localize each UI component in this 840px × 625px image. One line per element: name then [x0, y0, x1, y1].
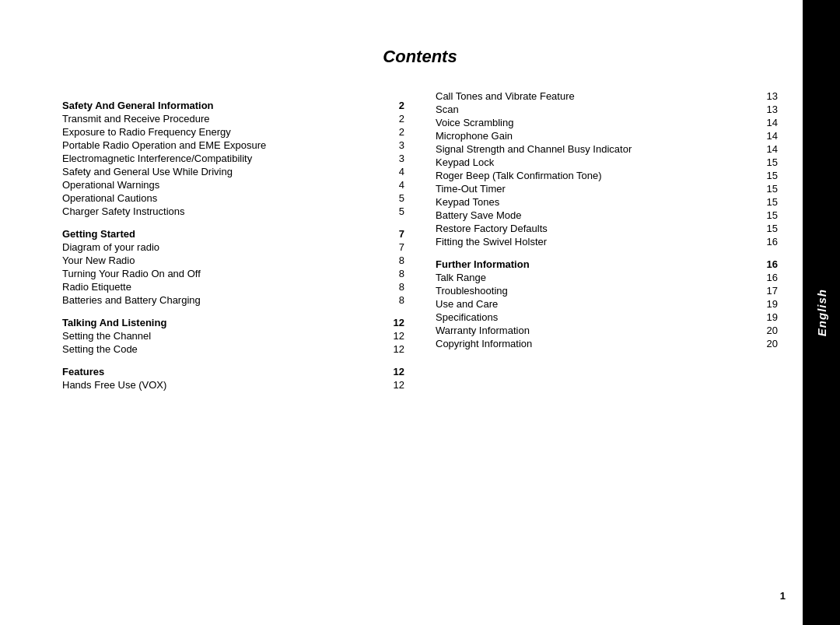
- toc-entry-label: Charger Safety Instructions: [62, 205, 389, 217]
- toc-entry-number: 8: [389, 294, 404, 306]
- toc-entry-number: 12: [389, 379, 404, 391]
- toc-entry-label: Turning Your Radio On and Off: [62, 268, 389, 279]
- toc-entry: Electromagnetic Interference/Compatibili…: [62, 153, 404, 164]
- toc-entry: Your New Radio8: [62, 255, 404, 266]
- right-column: Call Tones and Vibrate Feature13Scan13Vo…: [436, 89, 778, 392]
- toc-entry: Portable Radio Operation and EME Exposur…: [62, 139, 404, 151]
- toc-entry-number: 19: [762, 298, 778, 310]
- left-column: Safety And General Information2Transmit …: [62, 89, 404, 392]
- toc-entry-label: Time-Out Timer: [436, 183, 762, 195]
- toc-entry-number: 7: [389, 241, 404, 253]
- toc-entry-label: Radio Etiquette: [62, 281, 389, 293]
- toc-entry: Microphone Gain14: [436, 130, 778, 142]
- toc-section-header-number: 12: [389, 366, 404, 377]
- toc-entry-number: 8: [389, 281, 404, 293]
- toc-entry: Batteries and Battery Charging8: [62, 294, 404, 306]
- toc-entry: Operational Cautions5: [62, 192, 404, 204]
- toc-entry-number: 14: [762, 143, 778, 155]
- toc-entry: Specifications19: [436, 311, 778, 323]
- toc-entry-label: Signal Strength and Channel Busy Indicat…: [436, 143, 762, 155]
- toc-entry-number: 15: [762, 209, 778, 221]
- toc-entry-number: 4: [389, 166, 404, 177]
- toc-section-header-row: Features12: [62, 366, 404, 377]
- toc-entry-label: Warranty Information: [436, 325, 762, 336]
- toc-section-header-label: Safety And General Information: [62, 100, 214, 111]
- toc-entry-number: 2: [389, 113, 404, 125]
- toc-entry-label: Setting the Code: [62, 343, 389, 355]
- toc-entry-number: 16: [762, 272, 778, 283]
- toc-section-header-number: 7: [389, 228, 404, 240]
- toc-entry: Hands Free Use (VOX)12: [62, 379, 404, 391]
- toc-entry: Setting the Channel12: [62, 330, 404, 342]
- toc-entry-number: 3: [389, 153, 404, 164]
- toc-entry: Voice Scrambling14: [436, 117, 778, 128]
- toc-entry-label: Diagram of your radio: [62, 241, 389, 253]
- toc-entry: Restore Factory Defaults15: [436, 223, 778, 234]
- toc-entry-label: Restore Factory Defaults: [436, 223, 762, 234]
- toc-entry-label: Talk Range: [436, 272, 762, 283]
- toc-entry: Turning Your Radio On and Off8: [62, 268, 404, 279]
- toc-entry-number: 19: [762, 311, 778, 323]
- toc-section-header-row: Getting Started7: [62, 228, 404, 240]
- toc-entry-label: Specifications: [436, 311, 762, 323]
- toc-entry: Battery Save Mode15: [436, 209, 778, 221]
- toc-entry-number: 12: [389, 330, 404, 342]
- toc-entry-label: Troubleshooting: [436, 285, 762, 297]
- toc-section-header-row: Talking And Listening12: [62, 317, 404, 328]
- toc-entry-label: Keypad Lock: [436, 156, 762, 168]
- toc-entry: Call Tones and Vibrate Feature13: [436, 90, 778, 102]
- toc-entry: Fitting the Swivel Holster16: [436, 236, 778, 248]
- toc-entry-number: 5: [389, 205, 404, 217]
- toc-entry-number: 3: [389, 139, 404, 151]
- page-container: Contents Safety And General Information2…: [0, 0, 840, 625]
- toc-entry-number: 15: [762, 170, 778, 181]
- toc-entry-label: Safety and General Use While Driving: [62, 166, 389, 177]
- toc-entry-number: 20: [762, 338, 778, 349]
- toc-entry-number: 16: [762, 236, 778, 248]
- toc-entry-label: Your New Radio: [62, 255, 389, 266]
- toc-entry-label: Voice Scrambling: [436, 117, 762, 128]
- toc-entry: Troubleshooting17: [436, 285, 778, 297]
- page-title: Contents: [62, 47, 778, 67]
- toc-columns: Safety And General Information2Transmit …: [62, 89, 778, 392]
- toc-entry-number: 15: [762, 156, 778, 168]
- toc-entry-number: 15: [762, 183, 778, 195]
- toc-entry-number: 12: [389, 343, 404, 355]
- toc-entry-label: Call Tones and Vibrate Feature: [436, 90, 762, 102]
- toc-entry: Operational Warnings4: [62, 179, 404, 191]
- toc-entry-number: 14: [762, 117, 778, 128]
- toc-entry: Safety and General Use While Driving4: [62, 166, 404, 177]
- toc-entry: Setting the Code12: [62, 343, 404, 355]
- toc-entry-number: 13: [762, 104, 778, 115]
- toc-entry: Transmit and Receive Procedure2: [62, 113, 404, 125]
- toc-section-header-label: Further Information: [436, 258, 530, 270]
- toc-entry-label: Hands Free Use (VOX): [62, 379, 389, 391]
- toc-entry: Charger Safety Instructions5: [62, 205, 404, 217]
- toc-entry-number: 13: [762, 90, 778, 102]
- page-number: 1: [780, 590, 786, 602]
- toc-entry-number: 15: [762, 223, 778, 234]
- toc-section-header-row: Safety And General Information2: [62, 100, 404, 111]
- toc-entry-label: Exposure to Radio Frequency Energy: [62, 126, 389, 138]
- side-tab: English: [803, 0, 840, 625]
- toc-entry: Keypad Tones15: [436, 196, 778, 208]
- toc-entry-label: Scan: [436, 104, 762, 115]
- toc-entry-label: Batteries and Battery Charging: [62, 294, 389, 306]
- toc-entry-label: Battery Save Mode: [436, 209, 762, 221]
- toc-entry: Use and Care19: [436, 298, 778, 310]
- toc-entry-number: 2: [389, 126, 404, 138]
- toc-entry-number: 17: [762, 285, 778, 297]
- toc-entry: Copyright Information20: [436, 338, 778, 349]
- toc-entry-label: Electromagnetic Interference/Compatibili…: [62, 153, 389, 164]
- toc-entry-label: Operational Warnings: [62, 179, 389, 191]
- toc-section-header-number: 2: [389, 100, 404, 111]
- toc-entry: Time-Out Timer15: [436, 183, 778, 195]
- toc-entry-label: Fitting the Swivel Holster: [436, 236, 762, 248]
- toc-entry-label: Transmit and Receive Procedure: [62, 113, 389, 125]
- toc-entry-label: Portable Radio Operation and EME Exposur…: [62, 139, 389, 151]
- toc-entry: Exposure to Radio Frequency Energy2: [62, 126, 404, 138]
- toc-entry-label: Microphone Gain: [436, 130, 762, 142]
- toc-section-header-row: Further Information16: [436, 258, 778, 270]
- toc-entry-number: 15: [762, 196, 778, 208]
- toc-section-header-label: Getting Started: [62, 228, 135, 240]
